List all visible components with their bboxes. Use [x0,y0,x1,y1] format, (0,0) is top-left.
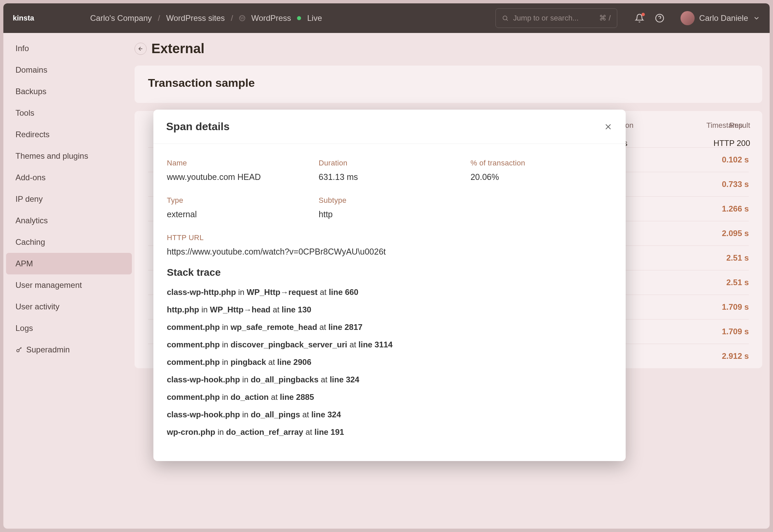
sidebar-item-apm[interactable]: APM [6,253,132,274]
key-icon [15,346,23,353]
breadcrumb-sep: / [231,13,233,23]
sidebar-label: Caching [15,237,45,247]
sidebar-item-tools[interactable]: Tools [6,102,132,124]
field-label: Subtype [319,196,460,205]
arrow-left-icon [138,46,144,52]
sidebar-item-caching[interactable]: Caching [6,231,132,253]
breadcrumb-sites[interactable]: WordPress sites [166,13,225,23]
stack-trace-list: class-wp-http.php in WP_Http→request at … [167,288,612,437]
sidebar-label: Info [15,44,29,53]
sidebar-item-usermgmt[interactable]: User management [6,274,132,296]
search-placeholder: Jump to or search... [513,14,595,23]
search-icon [502,15,509,22]
sidebar-item-themes[interactable]: Themes and plugins [6,145,132,167]
svg-point-1 [503,16,507,20]
breadcrumb-sep: / [158,13,160,23]
sidebar-item-redirects[interactable]: Redirects [6,124,132,145]
app-window: kinsta Carlo's Company / WordPress sites… [3,3,770,529]
bell-icon[interactable] [635,13,644,23]
field-value: external [167,210,308,219]
close-icon [603,122,613,131]
bg-col-values: 72 ms HTTP 200 [605,139,750,148]
transaction-card: Transaction sample [135,66,762,103]
status-dot [297,16,301,20]
field-label: Name [167,159,308,167]
sidebar-item-ipdeny[interactable]: IP deny [6,188,132,210]
field-label: HTTP URL [167,233,612,242]
stack-trace-line: http.php in WP_Http→head at line 130 [167,305,612,314]
svg-text:kinsta: kinsta [13,14,34,22]
bg-col-result: Result [729,121,750,130]
close-button[interactable] [603,122,613,131]
back-button[interactable] [135,43,147,55]
stack-trace-line: comment.php in pingback at line 2906 [167,357,612,367]
sidebar-item-analytics[interactable]: Analytics [6,210,132,231]
breadcrumb-site[interactable]: WordPress [251,13,291,23]
sidebar-label: User activity [15,302,60,311]
stack-trace-line: class-wp-hook.php in do_all_pings at lin… [167,410,612,419]
top-header: kinsta Carlo's Company / WordPress sites… [3,3,770,33]
sidebar-label: Themes and plugins [15,151,88,161]
svg-point-5 [17,349,19,352]
field-value: https://www.youtube.com/watch?v=0CPBr8CW… [167,247,612,257]
sidebar: Info Domains Backups Tools Redirects The… [3,33,135,529]
help-icon[interactable] [655,13,664,23]
ts-value: 2.51 s [726,253,749,263]
stack-trace-line: comment.php in do_action at line 2885 [167,392,612,402]
chevron-down-icon [753,14,760,22]
field-name: Name www.youtube.com HEAD [167,159,308,182]
ts-value: 1.709 s [722,302,749,312]
sidebar-label: Logs [15,324,33,333]
kinsta-logo[interactable]: kinsta [13,14,48,23]
user-name: Carlo Daniele [699,13,748,23]
field-value: 631.13 ms [319,172,460,182]
sidebar-item-backups[interactable]: Backups [6,81,132,102]
field-value: http [319,210,460,219]
stack-trace-line: wp-cron.php in do_action_ref_array at li… [167,427,612,437]
sidebar-item-useractivity[interactable]: User activity [6,296,132,317]
sidebar-label: Redirects [15,130,49,139]
stack-trace-line: class-wp-http.php in WP_Http→request at … [167,288,612,297]
page-title-row: External [135,41,762,56]
ts-value: 0.102 s [722,155,749,164]
stack-trace-line: comment.php in discover_pingback_server_… [167,340,612,349]
bg-val-result: HTTP 200 [713,139,750,148]
card-title: Transaction sample [148,76,749,89]
sidebar-label: User management [15,280,82,290]
stack-trace-heading: Stack trace [167,267,612,278]
ts-value: 0.733 s [722,180,749,189]
sidebar-label: Backups [15,87,46,96]
sidebar-label: Superadmin [26,345,70,354]
breadcrumbs: Carlo's Company / WordPress sites / W Wo… [90,13,487,23]
page-title: External [151,41,205,56]
user-menu[interactable]: Carlo Daniele [680,11,760,25]
field-label: Type [167,196,308,205]
status-label: Live [307,13,322,23]
notification-dot [641,13,645,16]
avatar [680,11,695,25]
ts-value: 2.095 s [722,229,749,238]
header-icons [635,13,664,23]
sidebar-label: Tools [15,108,34,118]
sidebar-item-superadmin[interactable]: Superadmin [6,339,132,360]
sidebar-label: APM [15,259,33,268]
field-label: % of transaction [471,159,612,167]
row-ts: 2.912 s [695,351,749,361]
sidebar-label: Domains [15,65,47,75]
field-subtype: Subtype http [319,196,460,219]
sidebar-item-info[interactable]: Info [6,38,132,59]
modal-header: Span details [153,110,626,144]
field-url: HTTP URL https://www.youtube.com/watch?v… [167,233,612,257]
sidebar-item-addons[interactable]: Add-ons [6,167,132,188]
search-box[interactable]: Jump to or search... ⌘ / [495,8,617,28]
sidebar-item-logs[interactable]: Logs [6,317,132,339]
breadcrumb-company[interactable]: Carlo's Company [90,13,152,23]
stack-trace-line: comment.php in wp_safe_remote_head at li… [167,322,612,332]
sidebar-item-domains[interactable]: Domains [6,59,132,81]
field-duration: Duration 631.13 ms [319,159,460,182]
field-label: Duration [319,159,460,167]
span-details-modal: Span details Name www.youtube.com HEAD D… [153,110,626,461]
field-type: Type external [167,196,308,219]
sidebar-label: Add-ons [15,173,45,182]
modal-body: Name www.youtube.com HEAD Duration 631.1… [153,144,626,461]
